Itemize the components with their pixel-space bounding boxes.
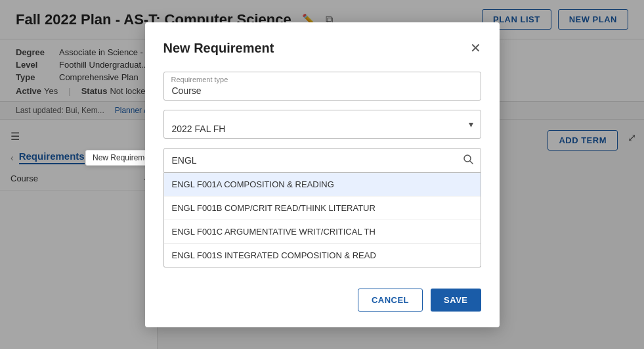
course-search-field (163, 148, 481, 173)
dropdown-item[interactable]: ENGL F001S INTEGRATED COMPOSITION & READ (164, 244, 481, 267)
requirement-type-input[interactable] (163, 72, 481, 101)
save-button[interactable]: SAVE (431, 289, 481, 312)
term-select-wrapper: 2022 FAL FH ▾ (163, 110, 481, 139)
new-requirement-modal: New Requirement ✕ Requirement type Term … (145, 22, 500, 327)
modal-title: New Requirement (163, 41, 274, 56)
dropdown-item[interactable]: ENGL F001A COMPOSITION & READING (164, 173, 481, 197)
course-dropdown-list: ENGL F001A COMPOSITION & READING ENGL F0… (163, 173, 481, 268)
modal-close-button[interactable]: ✕ (470, 41, 481, 55)
modal-footer: CANCEL SAVE (163, 281, 481, 312)
term-field: Term * 2022 FAL FH ▾ (163, 110, 481, 139)
cancel-button[interactable]: CANCEL (358, 289, 423, 312)
requirement-type-field: Requirement type (163, 72, 481, 101)
page-background: Fall 2022 Plan - AS-T: Computer Science … (0, 0, 644, 349)
course-search-input[interactable] (163, 148, 481, 173)
modal-header: New Requirement ✕ (163, 41, 481, 56)
dropdown-item[interactable]: ENGL F001B COMP/CRIT READ/THINK LITERATU… (164, 197, 481, 220)
term-select[interactable]: 2022 FAL FH (163, 110, 481, 139)
dropdown-item[interactable]: ENGL F001C ARGUMENTATIVE WRIT/CRITICAL T… (164, 220, 481, 244)
